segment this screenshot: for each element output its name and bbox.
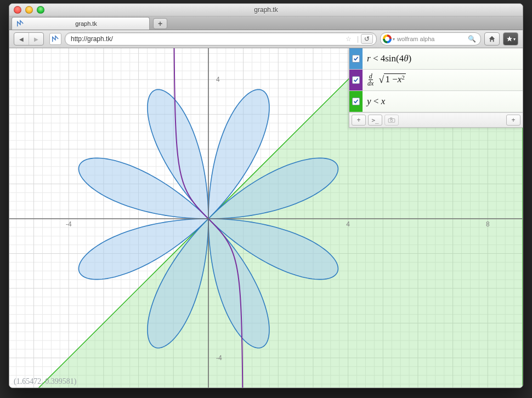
equation-row[interactable]: y < x — [349, 91, 523, 112]
tab-strip: graph.tk + — [9, 16, 523, 30]
zoom-window-button[interactable] — [37, 6, 44, 14]
tab-label: graph.tk — [27, 20, 145, 27]
search-box[interactable]: ▾ wolfram alpha 🔍 — [380, 32, 481, 46]
window-titlebar: graph.tk — [9, 4, 523, 16]
equation-color-swatch[interactable] — [349, 70, 363, 90]
traffic-lights — [14, 6, 44, 14]
site-identity-icon[interactable] — [49, 33, 61, 45]
search-engine-icon[interactable] — [383, 35, 392, 43]
panel-add-button[interactable]: + — [506, 115, 520, 126]
tab-favicon — [16, 20, 24, 27]
equation-formula[interactable]: r < 4sin(4θ) — [363, 53, 523, 64]
svg-text:8: 8 — [486, 220, 490, 228]
home-button[interactable] — [484, 32, 500, 46]
equation-color-swatch[interactable] — [349, 48, 363, 69]
browser-tab[interactable]: graph.tk — [12, 17, 150, 30]
back-button[interactable]: ◀ — [14, 33, 29, 45]
new-tab-button[interactable]: + — [153, 18, 167, 29]
browser-window: graph.tk graph.tk + ◀ ▶ http://graph.tk/… — [9, 3, 523, 388]
cursor-coordinates: (1.65472, 0.399581) — [14, 377, 76, 386]
svg-text:-4: -4 — [216, 354, 222, 362]
url-text: http://graph.tk/ — [71, 35, 342, 43]
equation-row[interactable]: r < 4sin(4θ) — [349, 48, 523, 70]
search-placeholder: wolfram alpha — [397, 36, 468, 42]
search-engine-dropdown-icon[interactable]: ▾ — [393, 37, 395, 42]
svg-text:-4: -4 — [66, 220, 72, 228]
equation-color-swatch[interactable] — [349, 91, 363, 112]
equation-visibility-checkbox[interactable] — [352, 76, 360, 84]
equation-visibility-checkbox[interactable] — [352, 98, 360, 105]
svg-text:4: 4 — [346, 220, 350, 228]
screenshot-button[interactable] — [384, 115, 399, 126]
page-content: -4484-4 r < 4sin(4θ) — [9, 48, 523, 388]
equation-formula[interactable]: y < x — [363, 96, 523, 107]
minimize-window-button[interactable] — [25, 6, 33, 14]
nav-button-group: ◀ ▶ — [14, 32, 44, 46]
equations-panel-toolbar: + >_ + — [349, 112, 523, 127]
bookmark-star-icon[interactable]: ☆ — [346, 35, 352, 43]
svg-point-108 — [390, 120, 393, 122]
url-bar[interactable]: http://graph.tk/ ☆ | ↻ — [65, 32, 377, 46]
equation-row[interactable]: ddx √1 − x2 — [349, 70, 523, 91]
equation-visibility-checkbox[interactable] — [352, 55, 360, 62]
browser-toolbar: ◀ ▶ http://graph.tk/ ☆ | ↻ ▾ wolfram alp… — [9, 30, 523, 48]
forward-button[interactable]: ▶ — [29, 33, 43, 45]
svg-text:4: 4 — [216, 76, 220, 83]
window-title: graph.tk — [254, 6, 278, 14]
console-button[interactable]: >_ — [368, 115, 382, 126]
reload-button[interactable]: ↻ — [361, 34, 373, 44]
equations-panel: r < 4sin(4θ) ddx √1 − x2 — [349, 48, 523, 128]
close-window-button[interactable] — [14, 6, 21, 14]
add-equation-button[interactable]: + — [352, 115, 366, 126]
reload-icon: ↻ — [364, 35, 370, 43]
equation-formula[interactable]: ddx √1 − x2 — [363, 73, 523, 87]
bookmarks-button[interactable]: ▾ — [503, 32, 518, 46]
search-icon[interactable]: 🔍 — [468, 35, 476, 43]
